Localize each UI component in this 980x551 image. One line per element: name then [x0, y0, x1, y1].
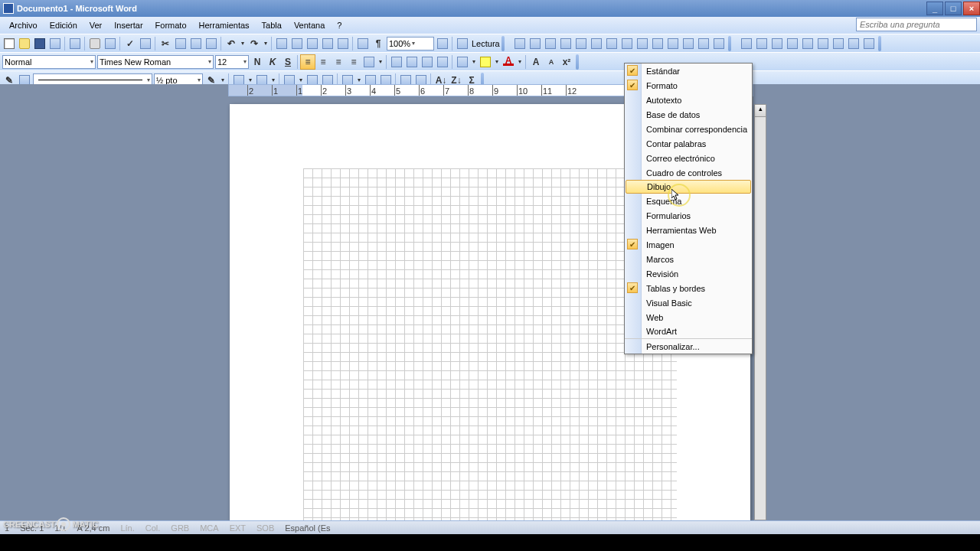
toolbar-menu-item-combinarcorrespondencia[interactable]: Combinar correspondencia [625, 122, 752, 136]
font-size-combo[interactable]: 12▾ [215, 55, 249, 69]
spelling-button[interactable]: ✓ [122, 36, 138, 51]
insert-table-dropdown[interactable]: ▾ [297, 77, 305, 83]
menu-tabla[interactable]: Tabla [256, 19, 288, 31]
help-button[interactable] [435, 36, 450, 51]
toolbar-menu-item-esquema[interactable]: Esquema [625, 194, 752, 208]
toolbar-menu-item-cuadrodecontroles[interactable]: Cuadro de controles [625, 165, 752, 180]
highlight-button[interactable] [478, 54, 493, 70]
text-wrapping-button[interactable] [665, 36, 681, 51]
paste-button[interactable] [188, 36, 204, 51]
italic-button[interactable]: K [265, 54, 280, 70]
insert-table-button[interactable] [305, 36, 320, 51]
drawing-toggle[interactable] [335, 36, 351, 51]
align-left-button[interactable]: ≡ [300, 54, 315, 70]
close-button[interactable]: × [963, 2, 980, 15]
toolbar-menu-item-basededatos[interactable]: Base de datos [625, 107, 752, 122]
less-contrast-button[interactable] [558, 36, 573, 51]
permissions-button[interactable] [47, 36, 63, 51]
less-brightness-button[interactable] [589, 36, 604, 51]
font-color-button[interactable]: A [501, 54, 516, 70]
toolbar-menu-item-visualbasic[interactable]: Visual Basic [625, 295, 752, 310]
numbering-button[interactable] [389, 54, 404, 70]
line-style-button[interactable] [635, 36, 650, 51]
border-color-dropdown[interactable]: ▾ [219, 77, 227, 83]
toolbar-menu-item-formularios[interactable]: Formularios [625, 208, 752, 223]
toolbar-menu-item-marcos[interactable]: Marcos [625, 252, 752, 266]
toolbar-menu-item-contarpalabras[interactable]: Contar palabras [625, 136, 752, 151]
font-color-dropdown[interactable]: ▾ [516, 58, 524, 65]
more-brightness-button[interactable] [573, 36, 589, 51]
toolbar-menu-item-revisin[interactable]: Revisión [625, 266, 752, 281]
print-preview-button[interactable] [103, 36, 118, 51]
outside-border-button[interactable] [455, 54, 470, 70]
cut-button[interactable]: ✂ [158, 36, 173, 51]
email-button[interactable] [67, 36, 83, 51]
toolbar-menu-item-autotexto[interactable]: Autotexto [625, 93, 752, 107]
vertical-scrollbar[interactable]: ▴ [754, 104, 766, 520]
close-review-button[interactable] [861, 36, 877, 51]
redo-button[interactable]: ↷ [247, 36, 262, 51]
menu-herramientas[interactable]: Herramientas [193, 19, 256, 31]
menu-formato[interactable]: Formato [149, 19, 193, 31]
accept-change-button[interactable] [815, 36, 831, 51]
ask-question-input[interactable] [856, 18, 977, 31]
shading-color-dropdown[interactable]: ▾ [270, 77, 277, 83]
color-button[interactable] [528, 36, 543, 51]
toolbar-menu-item-dibujo[interactable]: Dibujo [626, 180, 751, 194]
menu-ver[interactable]: Ver [83, 19, 109, 31]
highlight-dropdown[interactable]: ▾ [493, 58, 501, 65]
zoom-combo[interactable]: 100%▾ [387, 37, 434, 51]
toolbar-menu-item-estndar[interactable]: Estándar✔ [625, 64, 752, 78]
more-contrast-button[interactable] [543, 36, 558, 51]
shrink-font-button[interactable]: A [544, 54, 559, 70]
bold-button[interactable]: N [250, 54, 265, 70]
toolbar-menu-item-personalizar[interactable]: Personalizar... [625, 339, 752, 354]
menu-ventana[interactable]: Ventana [288, 19, 331, 31]
columns-button[interactable] [320, 36, 335, 51]
grow-font-button[interactable]: A [528, 54, 544, 70]
show-source-button[interactable] [754, 36, 769, 51]
reset-picture-button[interactable] [711, 36, 727, 51]
border-dropdown[interactable]: ▾ [470, 58, 478, 65]
line-spacing-dropdown[interactable]: ▾ [377, 58, 384, 65]
rotate-left-button[interactable] [619, 36, 635, 51]
maximize-button[interactable]: □ [945, 2, 962, 15]
menu-archivo[interactable]: Archivo [3, 19, 44, 31]
menu-insertar[interactable]: Insertar [108, 19, 149, 31]
compress-pictures-button[interactable] [650, 36, 665, 51]
format-painter-button[interactable] [204, 36, 219, 51]
toolbar-menu-item-imagen[interactable]: Imagen✔ [625, 237, 752, 252]
set-transparent-button[interactable] [696, 36, 711, 51]
toolbar-menu-item-web[interactable]: Web [625, 310, 752, 324]
bullets-button[interactable] [404, 54, 420, 70]
tables-borders-toggle[interactable] [289, 36, 305, 51]
menu-edicin[interactable]: Edición [44, 19, 83, 31]
align-center-button[interactable]: ≡ [315, 54, 331, 70]
font-combo[interactable]: Times New Roman▾ [97, 55, 214, 69]
read-mode-button[interactable] [455, 36, 470, 51]
justify-button[interactable]: ≡ [346, 54, 361, 70]
align-right-button[interactable]: ≡ [331, 54, 346, 70]
save-button[interactable] [32, 36, 47, 51]
toolbar-menu-item-tablasybordes[interactable]: Tablas y bordes✔ [625, 281, 752, 295]
new-document-button[interactable] [2, 36, 17, 51]
toolbar-menu-item-wordart[interactable]: WordArt [625, 324, 752, 339]
compare-button[interactable] [739, 36, 754, 51]
line-spacing-button[interactable] [361, 54, 377, 70]
reviewing-pane-button[interactable] [846, 36, 861, 51]
research-button[interactable] [138, 36, 153, 51]
undo-button[interactable]: ↶ [224, 36, 239, 51]
insert-picture-button[interactable] [512, 36, 528, 51]
undo-dropdown[interactable]: ▾ [239, 40, 247, 47]
reject-change-button[interactable] [831, 36, 846, 51]
toolbar-menu-item-formato[interactable]: Formato✔ [625, 78, 752, 93]
outside-border-dropdown[interactable]: ▾ [247, 77, 254, 83]
decrease-indent-button[interactable] [420, 54, 435, 70]
superscript-button[interactable]: x² [559, 54, 574, 70]
minimize-button[interactable]: _ [926, 2, 943, 15]
show-hide-button[interactable]: ¶ [371, 36, 386, 51]
format-picture-button[interactable] [681, 36, 696, 51]
next-change-button[interactable] [800, 36, 815, 51]
crop-button[interactable] [604, 36, 619, 51]
menu-[interactable]: ? [331, 19, 348, 31]
